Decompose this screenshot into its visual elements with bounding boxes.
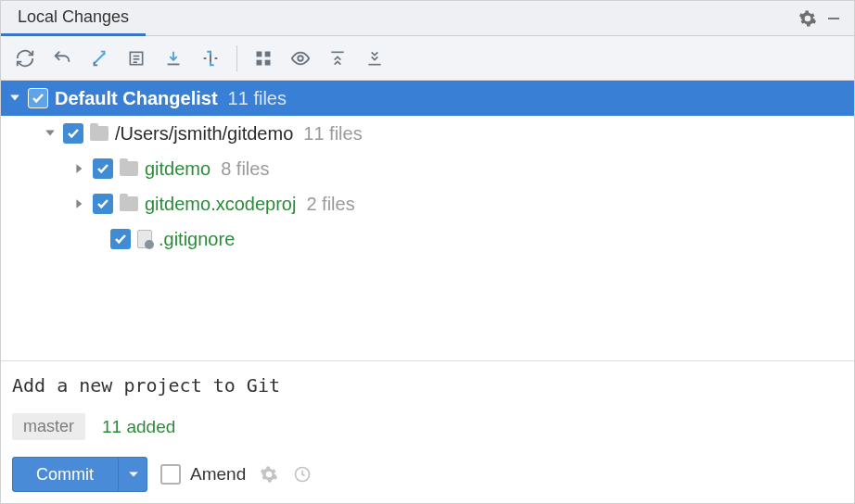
checkbox[interactable] — [28, 88, 48, 108]
tree-directory-row[interactable]: /Users/jsmith/gitdemo 11 files — [1, 116, 854, 151]
checkbox[interactable] — [110, 229, 131, 249]
commit-button-label: Commit — [36, 465, 94, 485]
tab-local-changes[interactable]: Local Changes — [1, 1, 146, 36]
svg-rect-8 — [257, 59, 262, 65]
chevron-right-icon[interactable] — [73, 197, 86, 210]
directory-name: gitdemo — [145, 158, 211, 180]
group-by-icon[interactable] — [247, 42, 280, 75]
preview-icon[interactable] — [284, 42, 317, 75]
svg-rect-6 — [257, 51, 262, 57]
toolbar-separator — [236, 45, 237, 71]
file-count: 11 files — [228, 88, 287, 109]
commit-split-button: Commit — [12, 457, 147, 492]
chevron-down-icon[interactable] — [8, 92, 21, 105]
folder-icon — [120, 196, 138, 211]
diff-icon[interactable] — [83, 42, 116, 75]
commit-dropdown-button[interactable] — [118, 457, 147, 492]
folder-icon — [90, 126, 108, 141]
tree-directory-row[interactable]: gitdemo 8 files — [1, 151, 854, 186]
checkbox[interactable] — [93, 194, 113, 214]
minimize-icon[interactable] — [821, 6, 847, 32]
commit-message-input[interactable]: Add a new project to Git — [12, 374, 843, 413]
gear-icon[interactable] — [259, 464, 279, 485]
checkbox[interactable] — [63, 123, 83, 144]
changes-tree: Default Changelist 11 files /Users/jsmit… — [1, 81, 854, 360]
branch-badge[interactable]: master — [12, 413, 85, 440]
added-count: 11 added — [102, 417, 175, 437]
checkbox[interactable] — [93, 158, 113, 179]
file-count: 8 files — [221, 158, 269, 180]
tab-bar: Local Changes — [1, 1, 854, 36]
svg-rect-7 — [265, 51, 271, 57]
file-icon — [137, 230, 152, 248]
file-count: 2 files — [306, 194, 354, 215]
directory-path: /Users/jsmith/gitdemo — [115, 123, 293, 145]
amend-label: Amend — [190, 464, 246, 485]
svg-rect-9 — [265, 59, 271, 65]
toolbar — [1, 36, 854, 81]
amend-checkbox[interactable] — [160, 464, 181, 485]
svg-point-10 — [298, 56, 303, 61]
tree-directory-row[interactable]: gitdemo.xcodeproj 2 files — [1, 186, 854, 221]
file-name: .gitignore — [159, 229, 235, 250]
commit-button[interactable]: Commit — [12, 457, 118, 492]
folder-icon — [120, 161, 138, 176]
history-icon[interactable] — [292, 464, 313, 485]
changelist-root-row[interactable]: Default Changelist 11 files — [1, 81, 854, 116]
chevron-down-icon[interactable] — [44, 127, 57, 140]
tab-label: Local Changes — [18, 7, 129, 27]
changelist-icon[interactable] — [120, 42, 153, 75]
tree-file-row[interactable]: .gitignore — [1, 221, 854, 257]
shelve-icon[interactable] — [157, 42, 190, 75]
changelist-name: Default Changelist — [55, 88, 218, 109]
expand-all-icon[interactable] — [321, 42, 354, 75]
rollback-icon[interactable] — [45, 42, 79, 75]
unshelve-icon[interactable] — [194, 42, 227, 75]
gear-icon[interactable] — [795, 6, 821, 32]
file-count: 11 files — [303, 123, 362, 145]
directory-name: gitdemo.xcodeproj — [145, 194, 296, 215]
commit-panel: Add a new project to Git master 11 added… — [1, 360, 854, 503]
collapse-all-icon[interactable] — [358, 42, 391, 75]
chevron-right-icon[interactable] — [73, 162, 86, 175]
refresh-icon[interactable] — [8, 42, 42, 75]
